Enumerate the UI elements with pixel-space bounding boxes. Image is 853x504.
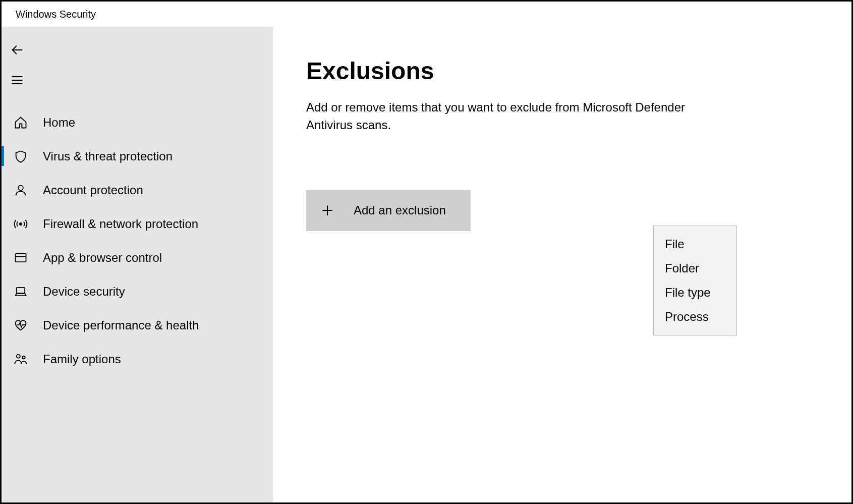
- sidebar-item-label: Virus & threat protection: [43, 149, 173, 163]
- dropdown-item-file-type[interactable]: File type: [654, 281, 736, 305]
- sidebar: Home Virus & threat protection Account p…: [2, 27, 273, 502]
- svg-point-5: [20, 222, 22, 225]
- sidebar-item-label: Family options: [43, 352, 121, 366]
- sidebar-item-firewall-network-protection[interactable]: Firewall & network protection: [2, 207, 273, 241]
- selection-indicator: [2, 146, 4, 166]
- svg-point-9: [17, 354, 20, 358]
- sidebar-item-device-security[interactable]: Device security: [2, 274, 273, 308]
- dropdown-item-folder[interactable]: Folder: [654, 256, 736, 281]
- svg-point-4: [18, 185, 23, 190]
- main-content: Exclusions Add or remove items that you …: [273, 27, 851, 502]
- sidebar-item-label: Home: [43, 116, 75, 130]
- add-exclusion-label: Add an exclusion: [354, 203, 446, 217]
- hamburger-icon: [10, 73, 24, 89]
- dropdown-item-file[interactable]: File: [654, 232, 736, 256]
- page-title: Exclusions: [306, 57, 836, 85]
- sidebar-item-label: Account protection: [43, 183, 143, 197]
- sidebar-item-account-protection[interactable]: Account protection: [2, 173, 273, 207]
- sidebar-item-label: Device performance & health: [43, 318, 199, 332]
- back-arrow-icon: [10, 43, 24, 59]
- app-title: Windows Security: [16, 9, 96, 20]
- sidebar-item-label: Firewall & network protection: [43, 217, 198, 231]
- sidebar-item-home[interactable]: Home: [2, 105, 273, 139]
- back-button[interactable]: [2, 36, 33, 66]
- nav-list: Home Virus & threat protection Account p…: [2, 105, 273, 376]
- app-body: Home Virus & threat protection Account p…: [2, 27, 851, 502]
- svg-rect-6: [16, 253, 26, 261]
- person-icon: [13, 182, 29, 198]
- titlebar: Windows Security: [2, 2, 851, 27]
- sidebar-item-label: Device security: [43, 285, 125, 299]
- heart-icon: [13, 317, 29, 333]
- svg-rect-8: [17, 287, 25, 293]
- svg-point-10: [22, 356, 25, 359]
- window-icon: [13, 250, 29, 266]
- laptop-icon: [13, 284, 29, 300]
- add-exclusion-button[interactable]: Add an exclusion: [306, 190, 471, 231]
- shield-icon: [13, 148, 29, 164]
- home-icon: [13, 115, 29, 131]
- app-window: Windows Security: [0, 0, 853, 504]
- sidebar-item-device-performance-health[interactable]: Device performance & health: [2, 308, 273, 342]
- exclusion-type-dropdown: File Folder File type Process: [653, 226, 737, 335]
- plus-icon: [320, 203, 334, 217]
- sidebar-item-app-browser-control[interactable]: App & browser control: [2, 241, 273, 274]
- dropdown-item-process[interactable]: Process: [654, 305, 736, 329]
- sidebar-item-family-options[interactable]: Family options: [2, 342, 273, 376]
- sidebar-item-label: App & browser control: [43, 251, 162, 265]
- sidebar-item-virus-threat-protection[interactable]: Virus & threat protection: [2, 139, 273, 173]
- broadcast-icon: [13, 216, 29, 232]
- family-icon: [13, 351, 29, 367]
- hamburger-button[interactable]: [2, 66, 33, 96]
- page-description: Add or remove items that you want to exc…: [306, 99, 720, 134]
